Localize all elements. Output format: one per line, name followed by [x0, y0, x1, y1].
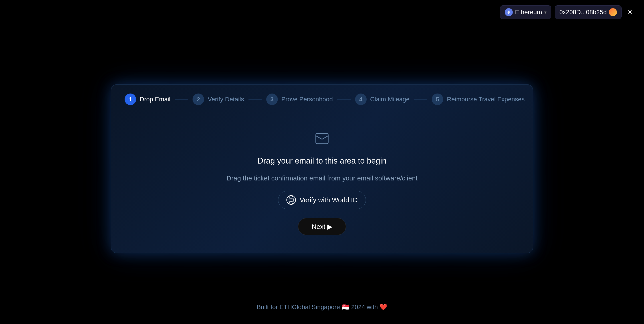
email-drop-icon [315, 132, 329, 147]
header: Ethereum ▾ 0x208D...08b25d ☀ [491, 0, 644, 25]
step-5: 5 Reimburse Travel Expenses [432, 94, 524, 105]
network-selector[interactable]: Ethereum ▾ [500, 5, 551, 19]
next-label: Next ▶ [312, 223, 332, 230]
step-separator-4 [414, 99, 427, 100]
step-4: 4 Claim Mileage [355, 94, 410, 105]
wallet-address-button[interactable]: 0x208D...08b25d [555, 5, 622, 19]
world-id-label: Verify with World ID [300, 196, 358, 204]
step-2-number: 2 [192, 94, 204, 105]
footer-text: Built for ETHGlobal Singapore 🇸🇬 2024 wi… [257, 303, 387, 310]
step-1-number: 1 [124, 94, 136, 105]
world-id-logo-icon [286, 195, 296, 205]
world-id-button[interactable]: Verify with World ID [278, 191, 366, 209]
drag-title: Drag your email to this area to begin [258, 156, 386, 166]
step-separator-2 [248, 99, 262, 100]
wallet-address-text: 0x208D...08b25d [560, 9, 607, 16]
network-name: Ethereum [515, 9, 542, 16]
step-separator-1 [175, 99, 188, 100]
step-4-number: 4 [355, 94, 367, 105]
step-2-label: Verify Details [208, 96, 244, 103]
next-button[interactable]: Next ▶ [298, 218, 346, 235]
step-5-label: Reimburse Travel Expenses [447, 96, 524, 103]
step-1: 1 Drop Email [124, 94, 170, 105]
content-area: Drag your email to this area to begin Dr… [111, 114, 533, 253]
main-container: 1 Drop Email 2 Verify Details 3 Prove Pe… [111, 85, 533, 253]
svg-rect-0 [316, 134, 328, 144]
step-1-label: Drop Email [140, 96, 170, 103]
drag-subtitle: Drag the ticket confirmation email from … [226, 174, 418, 182]
footer: Built for ETHGlobal Singapore 🇸🇬 2024 wi… [257, 303, 387, 311]
step-3-label: Prove Personhood [281, 96, 333, 103]
step-3-number: 3 [266, 94, 278, 105]
main-card: 1 Drop Email 2 Verify Details 3 Prove Pe… [111, 85, 533, 253]
step-3: 3 Prove Personhood [266, 94, 333, 105]
chevron-down-icon: ▾ [544, 10, 546, 15]
step-separator-3 [337, 99, 351, 100]
theme-toggle-button[interactable]: ☀ [625, 6, 635, 18]
wallet-avatar [609, 8, 617, 16]
step-2: 2 Verify Details [192, 94, 244, 105]
ethereum-icon [505, 8, 513, 16]
stepper: 1 Drop Email 2 Verify Details 3 Prove Pe… [111, 85, 533, 114]
step-4-label: Claim Mileage [370, 96, 410, 103]
step-5-number: 5 [432, 94, 443, 105]
